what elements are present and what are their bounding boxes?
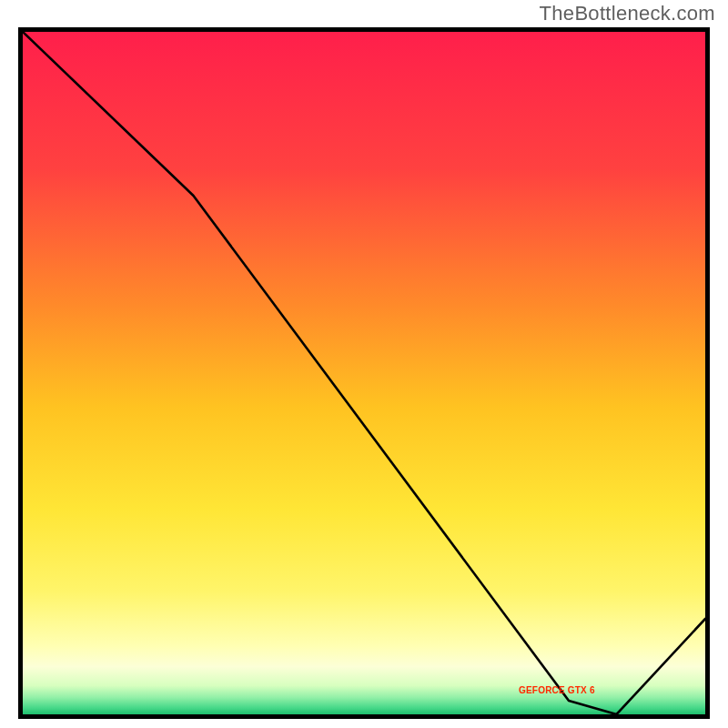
watermark-text: TheBottleneck.com <box>540 2 715 25</box>
series-label: GEFORCE GTX 6 <box>519 685 595 695</box>
bottleneck-line <box>23 32 705 714</box>
chart-container: TheBottleneck.com GEFORCE GTX 6 <box>0 0 728 728</box>
